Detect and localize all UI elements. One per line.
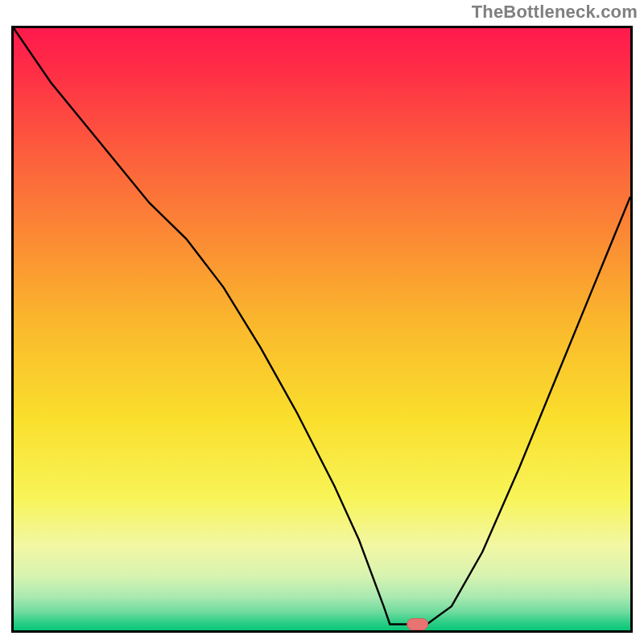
gradient-background	[14, 28, 630, 630]
optimal-point-marker	[407, 619, 428, 630]
watermark-text: TheBottleneck.com	[472, 2, 638, 23]
plot-svg	[14, 28, 630, 630]
bottleneck-chart: TheBottleneck.com	[0, 0, 644, 644]
plot-area	[11, 26, 633, 633]
